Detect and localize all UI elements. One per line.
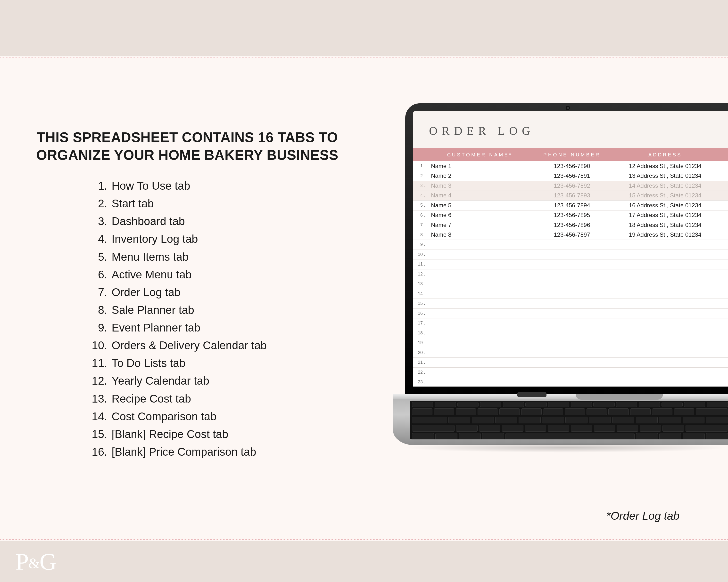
cell-name: Name 3 bbox=[427, 182, 532, 189]
list-number: 12. bbox=[83, 372, 112, 390]
table-row: 15 bbox=[413, 299, 728, 309]
tabs-list-item: 5.Menu Items tab bbox=[83, 248, 267, 266]
cell-name: Name 7 bbox=[427, 222, 532, 228]
tabs-list-item: 14.Cost Comparison tab bbox=[83, 408, 267, 425]
cell-name: Name 2 bbox=[427, 172, 532, 179]
list-number: 16. bbox=[83, 443, 112, 461]
cell-phone: 123-456-7893 bbox=[532, 192, 612, 199]
top-band bbox=[0, 0, 728, 56]
brand-logo: P&G bbox=[16, 548, 56, 575]
col-header-address: ADDRESS bbox=[612, 152, 728, 158]
list-label: Sale Planner tab bbox=[112, 301, 194, 319]
table-row: 6Name 6123-456-789517 Address St., State… bbox=[413, 211, 728, 220]
tabs-list-item: 3.Dashboard tab bbox=[83, 213, 267, 230]
logo-left: P bbox=[16, 549, 28, 575]
cell-address: 14 Address St., State 01234 bbox=[612, 182, 728, 189]
cell-address: 18 Address St., State 01234 bbox=[612, 222, 728, 228]
table-row: 14 bbox=[413, 289, 728, 299]
list-label: Menu Items tab bbox=[112, 248, 188, 266]
cell-address: 16 Address St., State 01234 bbox=[612, 202, 728, 209]
tabs-list-item: 1.How To Use tab bbox=[83, 177, 267, 195]
table-row: 11 bbox=[413, 259, 728, 270]
table-row: 13 bbox=[413, 279, 728, 289]
list-number: 8. bbox=[83, 301, 112, 319]
cell-address: 15 Address St., State 01234 bbox=[612, 192, 728, 199]
row-number: 17 bbox=[413, 321, 427, 326]
row-number: 18 bbox=[413, 331, 427, 336]
table-row: 19 bbox=[413, 338, 728, 348]
table-row: 7Name 7123-456-789618 Address St., State… bbox=[413, 220, 728, 230]
tabs-list-item: 15.[Blank] Recipe Cost tab bbox=[83, 425, 267, 443]
cell-name: Name 4 bbox=[427, 192, 532, 199]
headline: THIS SPREADSHEET CONTAINS 16 TABS TO ORG… bbox=[22, 129, 353, 164]
table-row: 16 bbox=[413, 309, 728, 318]
row-number: 3 bbox=[413, 183, 427, 188]
laptop-mockup: ORDER LOG CUSTOMER NAME* PHONE NUMBER AD… bbox=[388, 103, 728, 491]
tabs-list-item: 10.Orders & Delivery Calendar tab bbox=[83, 337, 267, 354]
list-number: 7. bbox=[83, 283, 112, 301]
list-label: Dashboard tab bbox=[112, 213, 185, 230]
caption: *Order Log tab bbox=[606, 509, 679, 522]
col-header-name: CUSTOMER NAME* bbox=[427, 152, 532, 158]
row-number: 7 bbox=[413, 222, 427, 227]
row-number: 10 bbox=[413, 252, 427, 257]
cell-name: Name 1 bbox=[427, 163, 532, 169]
list-label: Orders & Delivery Calendar tab bbox=[112, 337, 267, 354]
row-number: 11 bbox=[413, 262, 427, 267]
row-number: 9 bbox=[413, 242, 427, 247]
cell-address: 17 Address St., State 01234 bbox=[612, 212, 728, 219]
list-number: 1. bbox=[83, 177, 112, 195]
list-label: Yearly Calendar tab bbox=[112, 372, 209, 390]
row-number: 21 bbox=[413, 360, 427, 365]
row-number: 19 bbox=[413, 340, 427, 345]
row-number: 15 bbox=[413, 301, 427, 306]
camera-icon bbox=[567, 107, 569, 109]
cell-name: Name 6 bbox=[427, 212, 532, 219]
dotted-divider-bottom bbox=[0, 539, 728, 539]
row-number: 14 bbox=[413, 291, 427, 296]
table-row: 1Name 1123-456-789012 Address St., State… bbox=[413, 161, 728, 171]
table-row: 5Name 5123-456-789416 Address St., State… bbox=[413, 200, 728, 211]
list-label: Cost Comparison tab bbox=[112, 408, 216, 425]
row-number: 20 bbox=[413, 350, 427, 355]
tabs-list-item: 4.Inventory Log tab bbox=[83, 230, 267, 248]
list-number: 6. bbox=[83, 266, 112, 283]
sheet-header: CUSTOMER NAME* PHONE NUMBER ADDRESS bbox=[413, 148, 728, 161]
cell-phone: 123-456-7895 bbox=[532, 212, 612, 219]
table-row: 8Name 8123-456-789719 Address St., State… bbox=[413, 230, 728, 240]
cell-phone: 123-456-7894 bbox=[532, 202, 612, 209]
cell-phone: 123-456-7897 bbox=[532, 231, 612, 238]
list-label: How To Use tab bbox=[112, 177, 190, 195]
tabs-list-item: 6.Active Menu tab bbox=[83, 266, 267, 283]
laptop-screen-bezel: ORDER LOG CUSTOMER NAME* PHONE NUMBER AD… bbox=[405, 103, 728, 394]
laptop-shadow bbox=[403, 443, 728, 452]
list-label: [Blank] Price Comparison tab bbox=[112, 443, 256, 461]
list-number: 11. bbox=[83, 354, 112, 372]
bottom-band: P&G bbox=[0, 541, 728, 582]
list-label: Event Planner tab bbox=[112, 319, 201, 337]
row-number: 22 bbox=[413, 370, 427, 375]
cell-address: 12 Address St., State 01234 bbox=[612, 163, 728, 169]
list-number: 3. bbox=[83, 213, 112, 230]
col-header-phone: PHONE NUMBER bbox=[532, 152, 612, 158]
list-number: 2. bbox=[83, 195, 112, 213]
cell-phone: 123-456-7890 bbox=[532, 163, 612, 169]
list-number: 5. bbox=[83, 248, 112, 266]
row-number: 8 bbox=[413, 232, 427, 238]
list-label: Active Menu tab bbox=[112, 266, 192, 283]
tabs-list-item: 9.Event Planner tab bbox=[83, 319, 267, 337]
logo-ampersand: & bbox=[28, 555, 40, 571]
table-row: 10 bbox=[413, 250, 728, 260]
tabs-list-item: 12.Yearly Calendar tab bbox=[83, 372, 267, 390]
tabs-list-item: 8.Sale Planner tab bbox=[83, 301, 267, 319]
table-row: 18 bbox=[413, 328, 728, 338]
tabs-list: 1.How To Use tab2.Start tab3.Dashboard t… bbox=[83, 177, 267, 461]
list-number: 4. bbox=[83, 230, 112, 248]
list-label: Order Log tab bbox=[112, 283, 181, 301]
list-label: Start tab bbox=[112, 195, 154, 213]
row-number: 2 bbox=[413, 173, 427, 178]
tabs-list-item: 11.To Do Lists tab bbox=[83, 354, 267, 372]
cell-phone: 123-456-7896 bbox=[532, 222, 612, 228]
row-number: 5 bbox=[413, 203, 427, 208]
cell-phone: 123-456-7891 bbox=[532, 172, 612, 179]
